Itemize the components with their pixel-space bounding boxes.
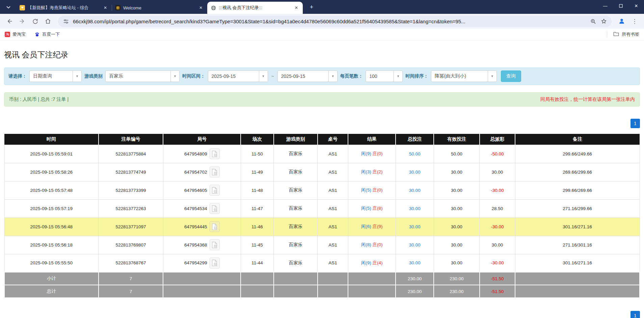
footer-label: 总计 [4, 285, 99, 298]
cell-payout: 28.50 [480, 199, 515, 218]
page-size-label: 每页笔数： [340, 73, 363, 79]
cell-round-id: 647954368 [163, 236, 241, 254]
all-bookmarks[interactable]: 所有书签 [607, 31, 639, 37]
table-footer: 小计7230.00230.00-51.50总计7230.00230.00-51.… [4, 272, 640, 298]
cell-valid-bet: 30.00 [434, 199, 480, 218]
cell-note: 269.66/299.66 [515, 163, 640, 181]
cell-total-bet[interactable]: 50.00 [396, 145, 434, 163]
bookmark-label: 百度一下 [42, 31, 60, 37]
video-replay-button[interactable] [210, 203, 220, 214]
home-icon[interactable] [43, 16, 53, 27]
cell-time: 2025-09-15 05:57:19 [4, 199, 99, 218]
cell-valid-bet: 30.00 [434, 254, 480, 272]
new-tab-button[interactable]: + [307, 2, 316, 12]
cell-note: 271.16/301.16 [515, 236, 640, 254]
tab-close-icon[interactable]: ✕ [293, 5, 299, 11]
zoom-icon[interactable] [589, 18, 597, 25]
profile-avatar-icon[interactable] [616, 16, 627, 27]
cell-valid-bet: 30.00 [434, 236, 480, 254]
cell-bet-id: 522813768767 [99, 254, 163, 272]
pagination-top: 1 [4, 119, 640, 128]
column-header-6: 结果 [348, 134, 396, 145]
back-icon[interactable] [4, 16, 15, 27]
page-content: 视讯 会员下注纪录 请选择： 日期查询 ▼ 游戏类别 百家乐 ▼ 时间区间： 2… [0, 50, 644, 298]
select-type-label: 请选择： [8, 73, 27, 79]
cell-session: 11-48 [241, 181, 274, 199]
date-from-select[interactable]: 2025-09-15 ▼ [208, 70, 268, 82]
cell-table-no: AS1 [318, 254, 348, 272]
cell-valid-bet: 30.00 [434, 163, 480, 181]
cell-session: 11-50 [241, 145, 274, 163]
tab-welcome[interactable]: Welcome ✕ [112, 2, 207, 14]
bookmarks-bar: 淘 爱淘宝 百度一下 所有书签 [0, 29, 644, 40]
game-type-label: 游戏类别 [84, 73, 103, 79]
cell-session: 11-44 [241, 254, 274, 272]
maximize-button[interactable] [613, 0, 628, 11]
cell-table-no: AS1 [318, 163, 348, 181]
cell-time: 2025-09-15 05:58:26 [4, 163, 99, 181]
chevron-down-icon: ▼ [328, 71, 337, 82]
summary-bar: 币别 : 人民币 | 总共 :7 注单 | 同局有效投注，统一计算在该局第一张注… [4, 92, 640, 107]
cell-total-bet[interactable]: 30.00 [396, 181, 434, 199]
game-type-select[interactable]: 百家乐 ▼ [105, 70, 180, 82]
cell-payout: -50.00 [480, 145, 515, 163]
page-size-select[interactable]: 100 ▼ [366, 70, 403, 82]
page-number-button-bottom[interactable]: 1 [630, 311, 640, 318]
tab-close-icon[interactable]: ✕ [198, 5, 204, 11]
footer-payout: -51.50 [480, 272, 515, 285]
video-replay-button[interactable] [210, 258, 220, 268]
cell-total-bet[interactable]: 30.00 [396, 236, 434, 254]
bookmark-star-icon[interactable] [600, 18, 608, 25]
query-type-select[interactable]: 日期查询 ▼ [29, 70, 82, 82]
cell-game-type: 百家乐 [274, 218, 318, 236]
cell-total-bet[interactable]: 30.00 [396, 163, 434, 181]
cell-result: 闲(5) 庄(8) [348, 199, 396, 218]
cell-valid-bet: 50.00 [434, 145, 480, 163]
table-row: 2025-09-15 05:59:01522813775884647954809… [4, 145, 640, 163]
tab-strip: 【新提醒】海燕策略论坛 - 综合 ✕ Welcome ✕ :::视讯 会员下注纪… [0, 0, 644, 14]
cell-total-bet[interactable]: 30.00 [396, 199, 434, 218]
close-window-button[interactable]: ✕ [628, 0, 644, 11]
column-header-2: 局号 [163, 134, 241, 145]
cell-total-bet[interactable]: 30.00 [396, 218, 434, 236]
column-header-4: 游戏类别 [274, 134, 318, 145]
globe-favicon-icon [211, 5, 216, 10]
column-header-10: 备注 [515, 134, 640, 145]
search-button[interactable]: 查询 [501, 70, 521, 82]
menu-kebab-icon[interactable]: ⋮ [629, 16, 640, 27]
cell-payout: 30.00 [480, 236, 515, 254]
page-number-button[interactable]: 1 [630, 119, 640, 128]
date-to-select[interactable]: 2025-09-15 ▼ [277, 70, 338, 82]
cell-payout: -30.00 [480, 181, 515, 199]
refresh-icon[interactable] [30, 16, 41, 27]
chevron-down-icon: ▼ [259, 71, 268, 82]
cell-game-type: 百家乐 [274, 163, 318, 181]
cell-time: 2025-09-15 05:55:50 [4, 254, 99, 272]
site-info-icon[interactable] [62, 18, 70, 25]
video-replay-button[interactable] [210, 239, 220, 250]
cell-bet-id: 522813775884 [99, 145, 163, 163]
video-replay-button[interactable] [210, 167, 220, 177]
cell-total-bet[interactable]: 30.00 [396, 254, 434, 272]
tab-bet-record[interactable]: :::视讯 会员下注纪录::: ✕ [207, 2, 303, 14]
url-text[interactable]: 66cxkj98.com/ipl/portal.php/game/betreco… [73, 19, 586, 24]
forward-icon[interactable] [17, 16, 28, 27]
video-replay-button[interactable] [210, 221, 220, 232]
tab-close-icon[interactable]: ✕ [102, 5, 108, 11]
bookmark-taobao[interactable]: 淘 爱淘宝 [5, 31, 26, 37]
video-replay-button[interactable] [210, 148, 220, 159]
browser-toolbar: 66cxkj98.com/ipl/portal.php/game/betreco… [0, 14, 644, 29]
tab-forum[interactable]: 【新提醒】海燕策略论坛 - 综合 ✕ [16, 2, 112, 14]
address-bar[interactable]: 66cxkj98.com/ipl/portal.php/game/betreco… [58, 16, 612, 27]
baidu-paw-icon [34, 32, 40, 37]
cell-valid-bet: 30.00 [434, 218, 480, 236]
video-replay-button[interactable] [210, 185, 220, 196]
divider [607, 31, 607, 37]
cell-round-id: 647954445 [163, 218, 241, 236]
cell-session: 11-49 [241, 163, 274, 181]
minimize-button[interactable]: — [597, 0, 613, 11]
chevron-down-icon: ▼ [73, 71, 81, 82]
bookmark-baidu[interactable]: 百度一下 [34, 31, 60, 37]
tab-search-chevron-icon[interactable] [3, 1, 14, 13]
sort-select[interactable]: 降冪(由大到小) ▼ [431, 70, 497, 82]
